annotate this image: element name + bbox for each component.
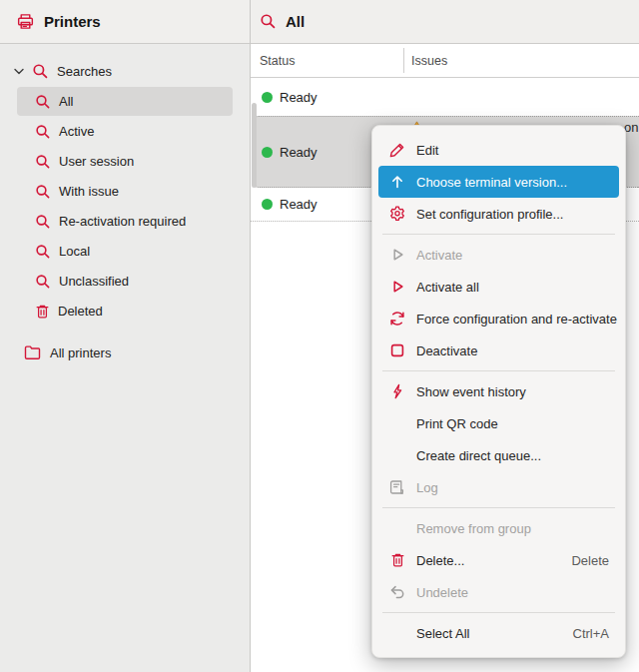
search-icon bbox=[35, 244, 51, 260]
refresh-icon bbox=[388, 310, 406, 328]
menu-shortcut: Ctrl+A bbox=[573, 626, 609, 641]
menu-item-label: Delete... bbox=[416, 553, 464, 568]
sidebar-item-all-printers[interactable]: All printers bbox=[17, 337, 233, 367]
sidebar-item-label: Local bbox=[59, 244, 90, 259]
menu-item-deactivate[interactable]: Deactivate bbox=[378, 335, 619, 366]
trash-icon bbox=[388, 551, 406, 569]
sidebar-item-label: All bbox=[59, 94, 73, 109]
menu-item-label: Print QR code bbox=[416, 416, 498, 431]
menu-item-choose-terminal-version[interactable]: Choose terminal version... bbox=[378, 166, 619, 198]
no-icon bbox=[388, 446, 406, 464]
sidebar-item-all[interactable]: All bbox=[17, 87, 233, 116]
no-icon bbox=[388, 519, 406, 537]
menu-item-edit[interactable]: Edit bbox=[378, 134, 619, 166]
menu-item-label: Show event history bbox=[416, 384, 526, 399]
status-ready-dot bbox=[262, 147, 273, 158]
status-ready-dot bbox=[262, 199, 273, 210]
sidebar-item-unclassified[interactable]: Unclassified bbox=[17, 267, 233, 296]
scrollbar-thumb[interactable] bbox=[252, 103, 257, 188]
sidebar-item-label: With issue bbox=[59, 184, 119, 199]
sidebar-item-active[interactable]: Active bbox=[17, 117, 233, 146]
search-icon bbox=[35, 154, 51, 170]
menu-item-label: Choose terminal version... bbox=[416, 175, 567, 190]
table-header: Status Issues bbox=[251, 44, 639, 78]
menu-item-activate: Activate bbox=[378, 239, 619, 271]
sidebar-item-label: Unclassified bbox=[59, 274, 129, 289]
context-menu: Edit Choose terminal version... Set conf… bbox=[371, 125, 626, 658]
menu-item-delete[interactable]: Delete... Delete bbox=[378, 544, 619, 576]
sidebar-group-label: Searches bbox=[57, 64, 112, 79]
log-scroll-icon bbox=[388, 478, 406, 496]
status-label: Ready bbox=[280, 90, 318, 105]
menu-item-label: Remove from group bbox=[416, 521, 531, 536]
search-icon bbox=[35, 124, 51, 140]
search-icon bbox=[260, 13, 277, 30]
menu-item-label: Activate bbox=[416, 248, 462, 263]
no-icon bbox=[388, 624, 406, 642]
sidebar-item-with-issue[interactable]: With issue bbox=[17, 177, 233, 206]
menu-item-set-configuration-profile[interactable]: Set configuration profile... bbox=[378, 198, 619, 230]
stop-square-icon bbox=[388, 341, 406, 359]
menu-separator bbox=[382, 234, 615, 235]
menu-item-log: Log bbox=[378, 471, 619, 503]
arrow-up-icon bbox=[388, 173, 406, 191]
printer-icon bbox=[16, 12, 35, 31]
sidebar-item-local[interactable]: Local bbox=[17, 237, 233, 266]
table-row[interactable]: Ready bbox=[251, 78, 639, 116]
menu-item-force-configuration[interactable]: Force configuration and re-activate bbox=[378, 303, 619, 335]
main-header: All bbox=[251, 0, 639, 44]
menu-item-select-all[interactable]: Select All Ctrl+A bbox=[378, 617, 619, 649]
sidebar-title: Printers bbox=[44, 13, 101, 30]
lightning-icon bbox=[388, 382, 406, 400]
trash-icon bbox=[35, 304, 50, 320]
menu-item-undelete: Undelete bbox=[378, 576, 619, 608]
sidebar-item-label: All printers bbox=[50, 345, 111, 360]
menu-item-label: Create direct queue... bbox=[416, 448, 541, 463]
menu-item-show-event-history[interactable]: Show event history bbox=[378, 375, 619, 407]
play-icon bbox=[388, 278, 406, 296]
menu-item-label: Deactivate bbox=[416, 343, 477, 358]
folder-icon bbox=[24, 345, 41, 359]
sidebar-item-label: User session bbox=[59, 154, 134, 169]
issue-text-fragment: on bbox=[624, 120, 638, 135]
menu-item-label: Set configuration profile... bbox=[416, 207, 563, 222]
gear-icon bbox=[388, 205, 406, 223]
sidebar-item-label: Deleted bbox=[58, 304, 103, 319]
search-icon bbox=[35, 94, 51, 110]
sidebar-item-reactivation-required[interactable]: Re-activation required bbox=[17, 207, 233, 236]
search-icon bbox=[35, 214, 51, 230]
play-icon bbox=[388, 246, 406, 264]
menu-item-label: Activate all bbox=[416, 280, 479, 295]
menu-item-label: Log bbox=[416, 480, 438, 495]
printers-app-window: Printers Searches All bbox=[0, 0, 639, 672]
status-ready-dot bbox=[262, 92, 273, 103]
menu-item-label: Select All bbox=[416, 626, 469, 641]
search-icon bbox=[35, 274, 51, 290]
menu-item-create-direct-queue[interactable]: Create direct queue... bbox=[378, 439, 619, 471]
menu-separator bbox=[382, 370, 615, 371]
sidebar-item-label: Active bbox=[59, 124, 94, 139]
sidebar-group-searches[interactable]: Searches bbox=[0, 56, 250, 86]
pencil-icon bbox=[388, 141, 406, 159]
search-icon bbox=[35, 184, 51, 200]
sidebar: Printers Searches All bbox=[0, 0, 251, 672]
menu-item-print-qr-code[interactable]: Print QR code bbox=[378, 407, 619, 439]
no-icon bbox=[388, 414, 406, 432]
sidebar-tree: Searches All Active User session bbox=[0, 44, 250, 672]
menu-separator bbox=[382, 507, 615, 508]
menu-item-label: Edit bbox=[416, 143, 438, 158]
status-label: Ready bbox=[280, 197, 318, 212]
menu-item-label: Undelete bbox=[416, 585, 468, 600]
column-header-issues[interactable]: Issues bbox=[403, 44, 639, 77]
chevron-down-icon[interactable] bbox=[14, 68, 24, 75]
sidebar-item-deleted[interactable]: Deleted bbox=[17, 297, 233, 326]
column-header-status[interactable]: Status bbox=[251, 44, 403, 77]
menu-item-activate-all[interactable]: Activate all bbox=[378, 271, 619, 303]
menu-separator bbox=[382, 612, 615, 613]
status-label: Ready bbox=[280, 145, 318, 160]
sidebar-item-user-session[interactable]: User session bbox=[17, 147, 233, 176]
menu-shortcut: Delete bbox=[571, 553, 609, 568]
menu-item-remove-from-group: Remove from group bbox=[378, 512, 619, 544]
undo-icon bbox=[388, 583, 406, 601]
page-title: All bbox=[286, 13, 305, 30]
